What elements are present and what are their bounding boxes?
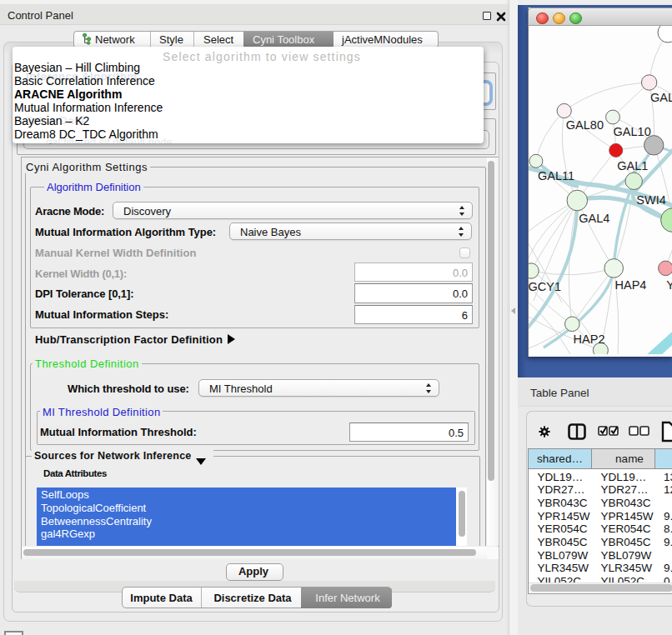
svg-text:YJ: YJ [666, 278, 672, 292]
svg-text:HAP4: HAP4 [615, 278, 647, 292]
svg-text:GAL1: GAL1 [617, 159, 648, 172]
svg-text:GCY1: GCY1 [529, 280, 561, 293]
svg-text:HAP2: HAP2 [574, 332, 605, 346]
svg-text:GAL2: GAL2 [650, 91, 672, 104]
svg-text:GAL11: GAL11 [538, 169, 574, 182]
svg-text:GAL4: GAL4 [579, 212, 609, 225]
svg-text:GAL10: GAL10 [614, 125, 651, 138]
svg-text:SWI4: SWI4 [636, 193, 665, 207]
svg-text:GAL80: GAL80 [566, 118, 604, 132]
